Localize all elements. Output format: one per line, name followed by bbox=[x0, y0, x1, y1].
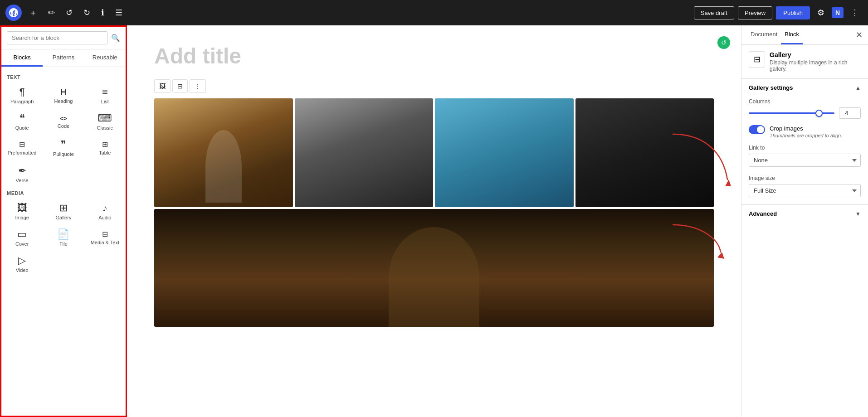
gallery-settings-header[interactable]: Gallery settings ▲ bbox=[741, 79, 868, 97]
crop-images-description: Thumbnails are cropped to align. bbox=[770, 133, 842, 138]
table-label: Table bbox=[99, 150, 111, 155]
block-info-area: ⊟ Gallery Display multiple images in a r… bbox=[741, 45, 868, 79]
columns-label: Columns bbox=[749, 98, 861, 105]
advanced-chevron: ▼ bbox=[855, 211, 861, 217]
verse-icon: ✒ bbox=[18, 166, 26, 176]
publish-button[interactable]: Publish bbox=[776, 6, 810, 19]
text-section-label: TEXT bbox=[1, 71, 126, 82]
image-size-label: Image size bbox=[749, 175, 861, 181]
list-label: List bbox=[101, 99, 109, 104]
info-button[interactable]: ℹ bbox=[98, 5, 108, 20]
audio-label: Audio bbox=[98, 215, 111, 220]
block-list[interactable]: ≡ List bbox=[84, 82, 126, 108]
block-cover[interactable]: ▭ Cover bbox=[1, 224, 43, 250]
block-info-name: Gallery bbox=[770, 51, 861, 58]
preview-button[interactable]: Preview bbox=[738, 6, 772, 19]
cover-label: Cover bbox=[15, 241, 29, 247]
text-block-grid: ¶ Paragraph H Heading ≡ List ❝ Quote <> bbox=[1, 82, 126, 187]
block-audio[interactable]: ♪ Audio bbox=[84, 198, 126, 224]
block-classic[interactable]: ⌨ Classic bbox=[84, 108, 126, 134]
save-draft-button[interactable]: Save draft bbox=[694, 6, 734, 19]
tab-patterns[interactable]: Patterns bbox=[43, 49, 84, 67]
list-icon: ≡ bbox=[102, 87, 108, 97]
block-file[interactable]: 📄 File bbox=[43, 224, 84, 250]
block-paragraph[interactable]: ¶ Paragraph bbox=[1, 82, 43, 108]
gallery-settings-title: Gallery settings bbox=[749, 84, 793, 91]
code-label: Code bbox=[58, 123, 69, 129]
user-icon-button[interactable]: N bbox=[832, 7, 844, 18]
image-label: Image bbox=[15, 215, 29, 220]
block-verse[interactable]: ✒ Verse bbox=[1, 160, 43, 187]
pullquote-label: Pullquote bbox=[53, 151, 74, 157]
video-icon: ▷ bbox=[18, 256, 26, 266]
crop-images-label: Crop images bbox=[770, 125, 842, 132]
toolbar-more-button[interactable]: ⋮ bbox=[190, 79, 206, 93]
close-panel-button[interactable]: ✕ bbox=[856, 30, 863, 40]
gallery-image-4 bbox=[575, 98, 714, 207]
crop-images-toggle-row: Crop images Thumbnails are cropped to al… bbox=[749, 125, 861, 138]
cover-icon: ▭ bbox=[17, 229, 27, 239]
block-heading[interactable]: H Heading bbox=[43, 82, 84, 108]
gallery-image-2 bbox=[295, 98, 434, 207]
left-sidebar: 🔍 Blocks Patterns Reusable TEXT ¶ Paragr… bbox=[0, 25, 127, 417]
editor-area: ↺ Add title 🖼 ⊟ ⋮ bbox=[127, 25, 741, 417]
block-pullquote[interactable]: ❞ Pullquote bbox=[43, 134, 84, 160]
paragraph-label: Paragraph bbox=[10, 99, 34, 104]
redo-button[interactable]: ↻ bbox=[80, 5, 94, 20]
block-image[interactable]: 🖼 Image bbox=[1, 198, 43, 224]
gallery-image-3 bbox=[435, 98, 574, 207]
pullquote-icon: ❞ bbox=[61, 140, 66, 150]
media-text-icon: ⊟ bbox=[102, 231, 108, 238]
gallery-settings-content: Columns 4 Crop images bbox=[741, 97, 868, 204]
gallery-image-bottom bbox=[154, 209, 714, 327]
gallery-grid bbox=[154, 98, 714, 207]
gallery-settings-section: Gallery settings ▲ Columns 4 bbox=[741, 79, 868, 205]
tab-document[interactable]: Document bbox=[747, 25, 781, 44]
link-to-select[interactable]: None Media File Attachment Page bbox=[749, 154, 861, 167]
add-block-button[interactable]: ＋ bbox=[25, 5, 41, 21]
advanced-section[interactable]: Advanced ▼ bbox=[741, 205, 868, 223]
toolbar-columns-button[interactable]: ⊟ bbox=[172, 79, 188, 93]
undo-button[interactable]: ↺ bbox=[62, 5, 76, 20]
tab-blocks[interactable]: Blocks bbox=[1, 49, 43, 67]
media-section-label: MEDIA bbox=[1, 187, 126, 198]
quote-icon: ❝ bbox=[20, 113, 25, 123]
search-input[interactable] bbox=[7, 31, 107, 44]
edit-button[interactable]: ✏ bbox=[44, 5, 59, 20]
list-view-button[interactable]: ☰ bbox=[112, 5, 126, 20]
file-label: File bbox=[59, 241, 68, 247]
block-info-description: Display multiple images in a rich galler… bbox=[770, 59, 861, 72]
heading-icon: H bbox=[60, 87, 67, 97]
video-label: Video bbox=[16, 267, 29, 273]
block-gallery[interactable]: ⊞ Gallery bbox=[43, 198, 84, 224]
block-preformatted[interactable]: ⊟ Preformatted bbox=[1, 134, 43, 160]
quote-label: Quote bbox=[15, 125, 29, 131]
media-block-grid: 🖼 Image ⊞ Gallery ♪ Audio ▭ Cover 📄 bbox=[1, 198, 126, 276]
block-table[interactable]: ⊞ Table bbox=[84, 134, 126, 160]
media-text-label: Media & Text bbox=[91, 240, 119, 245]
classic-label: Classic bbox=[97, 125, 113, 131]
block-media-text[interactable]: ⊟ Media & Text bbox=[84, 224, 126, 250]
wp-logo bbox=[5, 5, 22, 21]
settings-icon-button[interactable]: ⚙ bbox=[814, 5, 828, 20]
gallery-settings-chevron: ▲ bbox=[855, 85, 861, 91]
gallery-label: Gallery bbox=[56, 215, 72, 220]
columns-value-input[interactable]: 4 bbox=[839, 107, 861, 119]
block-video[interactable]: ▷ Video bbox=[1, 250, 43, 276]
tab-reusable[interactable]: Reusable bbox=[84, 49, 126, 67]
tab-block[interactable]: Block bbox=[781, 25, 803, 44]
toolbar-image-view-button[interactable]: 🖼 bbox=[154, 79, 171, 93]
more-options-button[interactable]: ⋮ bbox=[847, 5, 863, 20]
file-icon: 📄 bbox=[57, 229, 69, 239]
image-size-select[interactable]: Thumbnail Medium Large Full Size bbox=[749, 184, 861, 197]
crop-images-toggle[interactable] bbox=[749, 125, 765, 134]
search-icon-button[interactable]: 🔍 bbox=[111, 34, 120, 42]
block-quote[interactable]: ❝ Quote bbox=[1, 108, 43, 134]
block-code[interactable]: <> Code bbox=[43, 108, 84, 134]
verse-label: Verse bbox=[16, 178, 29, 183]
topbar: ＋ ✏ ↺ ↻ ℹ ☰ Save draft Preview Publish ⚙… bbox=[0, 0, 868, 25]
gallery-block-icon: ⊟ bbox=[749, 51, 765, 68]
gallery-image-1 bbox=[154, 98, 293, 207]
heading-label: Heading bbox=[54, 98, 73, 104]
post-title[interactable]: Add title bbox=[154, 44, 714, 68]
